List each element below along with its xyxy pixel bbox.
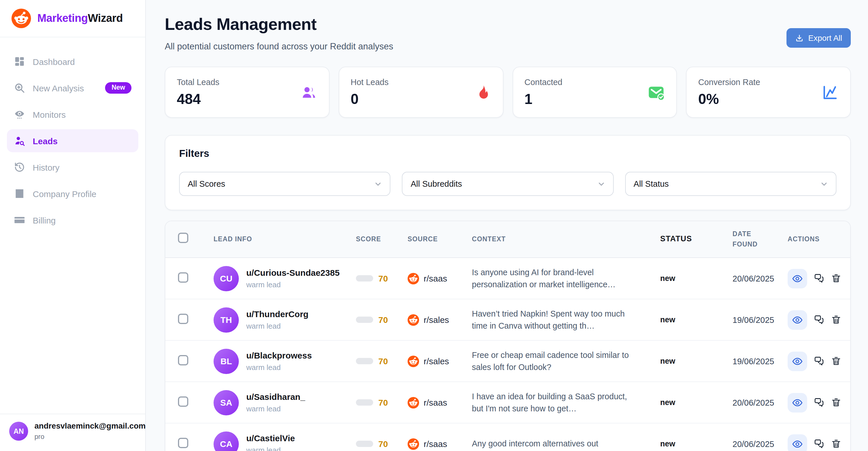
row-checkbox[interactable] [178,396,188,406]
flame-icon [474,84,491,101]
reddit-icon [408,355,419,367]
lead-score: 70 [348,315,400,325]
sidebar-item-billing[interactable]: Billing [7,208,138,231]
lead-score: 70 [348,356,400,366]
lead-avatar: CA [214,431,239,451]
stat-value: 0 [351,90,389,107]
dashboard-icon [14,56,25,67]
building-icon [14,188,25,199]
subreddit-link[interactable]: r/sales [424,315,449,325]
status-badge: new [642,274,711,283]
row-checkbox[interactable] [178,355,188,365]
subreddit-link[interactable]: r/saas [424,439,447,449]
lead-context: Any good intercom alternatives out [464,438,642,450]
delete-lead-button[interactable] [831,314,842,325]
new-badge: New [105,82,131,94]
message-lead-button[interactable] [813,356,825,367]
lead-context: I have an idea for building a SaaS produ… [464,391,642,414]
subreddit-link[interactable]: r/sales [424,356,449,366]
avatar: AN [9,422,28,441]
credit-card-icon [14,214,25,226]
eye-monitor-icon [14,109,25,120]
delete-lead-button[interactable] [831,439,842,449]
row-actions [780,393,842,412]
sidebar-item-label: History [33,162,59,172]
chat-bubbles-icon [813,314,825,325]
status-badge: new [642,315,711,324]
line-chart-icon [822,84,839,101]
lead-username: u/CastielVie [246,433,295,444]
score-bar [356,316,373,323]
trash-icon [831,397,842,408]
user-email: andresvlaeminck@gmail.com [34,422,146,431]
date-found: 19/06/2025 [711,315,780,324]
sidebar-item-dashboard[interactable]: Dashboard [7,50,138,73]
table-row: TH u/ThunderCorg warm lead 70 r/sales [165,299,850,341]
page-subtitle: All potential customers found across you… [165,41,393,52]
date-found: 20/06/2025 [711,398,780,407]
sidebar-item-company-profile[interactable]: Company Profile [7,182,138,205]
trash-icon [831,273,842,284]
lead-type: warm lead [246,404,305,413]
export-all-button[interactable]: Export All [786,28,851,48]
score-bar [356,358,373,364]
sidebar-user[interactable]: AN andresvlaeminck@gmail.com pro [0,414,145,451]
row-checkbox[interactable] [178,313,188,324]
row-actions [780,434,842,451]
column-header-context: Context [464,234,642,245]
chevron-down-icon [597,179,606,188]
message-lead-button[interactable] [813,439,825,449]
lead-username: u/Blackprowess [246,350,312,361]
filters-heading: Filters [179,148,836,160]
select-all-checkbox[interactable] [178,233,188,243]
table-header-row: Lead Info Score Source Context Status Da… [165,221,850,258]
delete-lead-button[interactable] [831,356,842,367]
chat-bubbles-icon [813,397,825,408]
stat-label: Conversion Rate [699,77,761,86]
sidebar-item-history[interactable]: History [7,156,138,179]
sidebar-item-label: Billing [33,215,56,225]
view-lead-button[interactable] [787,269,807,288]
eye-icon [792,273,803,284]
stat-value: 1 [524,90,562,107]
sidebar-item-monitors[interactable]: Monitors [7,103,138,126]
row-actions [780,351,842,371]
mail-check-icon [648,84,665,101]
message-lead-button[interactable] [813,397,825,408]
message-lead-button[interactable] [813,273,825,284]
stat-card-hot-leads: Hot Leads 0 [339,67,503,118]
view-lead-button[interactable] [787,351,807,371]
delete-lead-button[interactable] [831,273,842,284]
date-found: 20/06/2025 [711,274,780,283]
delete-lead-button[interactable] [831,397,842,408]
row-checkbox[interactable] [178,438,188,448]
column-header-source: Source [400,234,464,245]
filter-select-subreddits[interactable]: All Subreddits [402,172,614,196]
column-header-lead-info: Lead Info [206,234,348,245]
filter-select-status[interactable]: All Status [625,172,836,196]
sidebar-item-leads[interactable]: Leads [7,129,138,152]
brand[interactable]: MarketingWizard [0,0,145,37]
reddit-logo-icon [11,9,31,28]
stat-label: Contacted [524,77,562,86]
trash-icon [831,314,842,325]
user-plan-badge: pro [34,432,146,441]
filters-panel: Filters All Scores All Subreddits All St… [165,135,851,210]
chat-bubbles-icon [813,356,825,367]
row-checkbox[interactable] [178,272,188,282]
stat-card-conversion-rate: Conversion Rate 0% [686,67,851,118]
history-clock-icon [14,162,25,173]
lead-type: warm lead [246,446,295,451]
sidebar-item-new-analysis[interactable]: New Analysis New [7,77,138,100]
subreddit-link[interactable]: r/saas [424,398,447,407]
view-lead-button[interactable] [787,393,807,412]
view-lead-button[interactable] [787,310,807,330]
filter-select-scores[interactable]: All Scores [179,172,391,196]
view-lead-button[interactable] [787,434,807,451]
leads-table: Lead Info Score Source Context Status Da… [165,221,851,451]
lead-type: warm lead [246,363,312,372]
message-lead-button[interactable] [813,314,825,325]
subreddit-link[interactable]: r/saas [424,274,447,283]
sidebar-item-label: New Analysis [33,83,84,93]
status-badge: new [642,357,711,365]
